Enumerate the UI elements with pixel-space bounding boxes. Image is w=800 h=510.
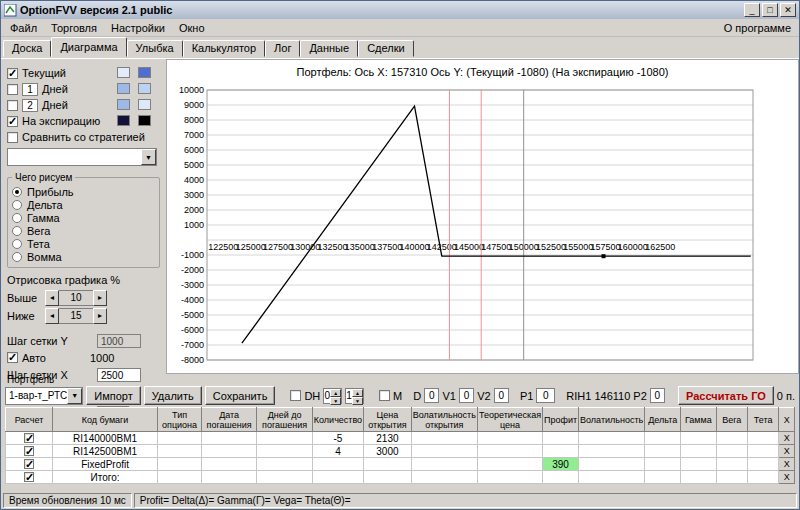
updown-arrows-icon[interactable]: ▲▼ bbox=[352, 389, 363, 403]
x-tick-label: 130000 bbox=[290, 242, 320, 252]
table-cell: 390 bbox=[543, 458, 579, 471]
dh-spinner-1[interactable]: 0 ▲▼ bbox=[323, 388, 342, 404]
radio-Тета[interactable]: Тета bbox=[12, 237, 155, 250]
menu-item[interactable]: Торговля bbox=[44, 21, 104, 35]
table-cell bbox=[747, 471, 778, 484]
menu-item[interactable]: Окно bbox=[172, 21, 212, 35]
table-cell bbox=[411, 458, 477, 471]
radio-Прибыль[interactable]: Прибыль bbox=[12, 185, 155, 198]
row-calc-checkbox[interactable] bbox=[24, 446, 34, 456]
menu-about[interactable]: О программе bbox=[718, 22, 797, 34]
current-color-swatch-2[interactable] bbox=[138, 67, 151, 78]
tab-Сделки[interactable]: Сделки bbox=[358, 40, 414, 57]
close-icon[interactable]: ✕ bbox=[780, 3, 796, 17]
day1-checkbox[interactable] bbox=[7, 84, 18, 95]
p2-label: P2 bbox=[633, 390, 646, 402]
payoff-chart[interactable]: -8000-7000-6000-5000-4000-3000-2000-1000… bbox=[167, 82, 799, 374]
dh-spinner-2[interactable]: 1 ▲▼ bbox=[345, 388, 364, 404]
menu-item[interactable]: Файл bbox=[3, 21, 44, 35]
day2-checkbox[interactable] bbox=[7, 100, 18, 111]
day2-color-swatch-2[interactable] bbox=[138, 99, 151, 110]
tab-Улыбка[interactable]: Улыбка bbox=[127, 40, 183, 57]
p1-input[interactable]: 0 bbox=[536, 388, 555, 403]
tab-Лог[interactable]: Лог bbox=[265, 40, 300, 57]
p2-input[interactable]: 0 bbox=[650, 388, 665, 403]
delete-column-header[interactable]: X bbox=[779, 408, 795, 432]
d-input[interactable]: 0 bbox=[424, 388, 439, 403]
tab-Диаграмма[interactable]: Диаграмма bbox=[51, 37, 126, 57]
chart-title: Портфель: Ось X: 157310 Ось Y: (Текущий … bbox=[167, 60, 798, 82]
import-button[interactable]: Импорт bbox=[86, 386, 140, 405]
grid-y-input[interactable]: 1000 bbox=[97, 334, 141, 348]
chevron-down-icon[interactable]: ▼ bbox=[67, 388, 82, 404]
chevron-down-icon[interactable]: ▼ bbox=[141, 149, 156, 165]
radio-Дельта[interactable]: Дельта bbox=[12, 198, 155, 211]
v2-input[interactable]: 0 bbox=[494, 388, 509, 403]
compare-strategy-checkbox[interactable] bbox=[7, 132, 18, 143]
day2-days-input[interactable]: 2 bbox=[22, 99, 38, 112]
day1-label: Дней bbox=[42, 83, 68, 95]
column-header: Количество bbox=[312, 408, 363, 432]
current-checkbox[interactable] bbox=[7, 68, 18, 79]
auto-checkbox[interactable] bbox=[7, 352, 18, 363]
p1-label: P1 bbox=[520, 390, 533, 402]
row-delete-button[interactable]: X bbox=[779, 432, 795, 445]
row-calc-checkbox[interactable] bbox=[24, 433, 34, 443]
diagram-page: Текущий 1 Дней 2 Дней На экспирацию bbox=[1, 58, 799, 374]
day1-color-swatch-2[interactable] bbox=[138, 83, 151, 94]
m-label: M bbox=[393, 390, 402, 402]
y-tick-label: -2000 bbox=[181, 265, 204, 275]
row-calc-checkbox[interactable] bbox=[24, 459, 34, 469]
above-spinner[interactable]: ◂ 10 ▸ bbox=[45, 290, 107, 306]
spin-right-icon[interactable]: ▸ bbox=[93, 308, 107, 324]
day1-color-swatch-1[interactable] bbox=[117, 83, 130, 94]
spin-left-icon[interactable]: ◂ bbox=[45, 308, 59, 324]
y-tick-label: 5000 bbox=[184, 160, 204, 170]
table-cell bbox=[579, 471, 645, 484]
save-button[interactable]: Сохранить bbox=[205, 386, 276, 405]
row-delete-button[interactable]: X bbox=[779, 471, 795, 484]
current-label: Текущий bbox=[22, 67, 66, 79]
title-bar: OptionFVV версия 2.1 public _ □ ✕ bbox=[1, 1, 799, 19]
v1-input[interactable]: 0 bbox=[459, 388, 474, 403]
expiration-color-swatch-1[interactable] bbox=[117, 115, 130, 126]
expiration-checkbox[interactable] bbox=[7, 116, 18, 127]
radio-Вомма[interactable]: Вомма bbox=[12, 250, 155, 263]
strategy-select[interactable]: ▼ bbox=[7, 148, 157, 166]
x-tick-label: 140000 bbox=[399, 242, 429, 252]
delete-button[interactable]: Удалить bbox=[144, 386, 202, 405]
current-color-swatch-1[interactable] bbox=[117, 67, 130, 78]
portfolio-select[interactable]: 1-вар-т_РТС ▼ bbox=[5, 387, 83, 405]
table-cell bbox=[543, 471, 579, 484]
tab-Данные[interactable]: Данные bbox=[300, 40, 358, 57]
row-delete-button[interactable]: X bbox=[779, 458, 795, 471]
expiration-color-swatch-2[interactable] bbox=[138, 115, 151, 126]
minimize-icon[interactable]: _ bbox=[744, 3, 760, 17]
maximize-icon[interactable]: □ bbox=[762, 3, 778, 17]
menu-item[interactable]: Настройки bbox=[104, 21, 172, 35]
cursor-marker bbox=[602, 254, 606, 258]
below-spinner[interactable]: ◂ 15 ▸ bbox=[45, 308, 107, 324]
updown-arrows-icon[interactable]: ▲▼ bbox=[330, 389, 341, 403]
y-tick-label: 8000 bbox=[184, 115, 204, 125]
calc-go-button[interactable]: Рассчитать ГО bbox=[678, 386, 774, 405]
table-cell bbox=[201, 445, 256, 458]
table-cell bbox=[158, 458, 202, 471]
spin-left-icon[interactable]: ◂ bbox=[45, 290, 59, 306]
grid-y-row: Шаг сетки Y 1000 bbox=[7, 333, 162, 348]
row-calc-checkbox[interactable] bbox=[24, 472, 34, 482]
draw-options: ПрибыльДельтаГаммаВегаТетаВомма bbox=[12, 185, 155, 263]
grid-y-label: Шаг сетки Y bbox=[7, 335, 97, 347]
m-checkbox[interactable] bbox=[379, 390, 390, 401]
radio-Гамма[interactable]: Гамма bbox=[12, 211, 155, 224]
radio-Вега[interactable]: Вега bbox=[12, 224, 155, 237]
dh-checkbox[interactable] bbox=[290, 390, 301, 401]
spin-right-icon[interactable]: ▸ bbox=[93, 290, 107, 306]
table-cell: 4 bbox=[312, 445, 363, 458]
row-delete-button[interactable]: X bbox=[779, 445, 795, 458]
tab-Калькулятор[interactable]: Калькулятор bbox=[183, 40, 265, 57]
app-window: OptionFVV версия 2.1 public _ □ ✕ ФайлТо… bbox=[0, 0, 800, 510]
day1-days-input[interactable]: 1 bbox=[22, 83, 38, 96]
day2-color-swatch-1[interactable] bbox=[117, 99, 130, 110]
tab-Доска[interactable]: Доска bbox=[3, 40, 51, 57]
